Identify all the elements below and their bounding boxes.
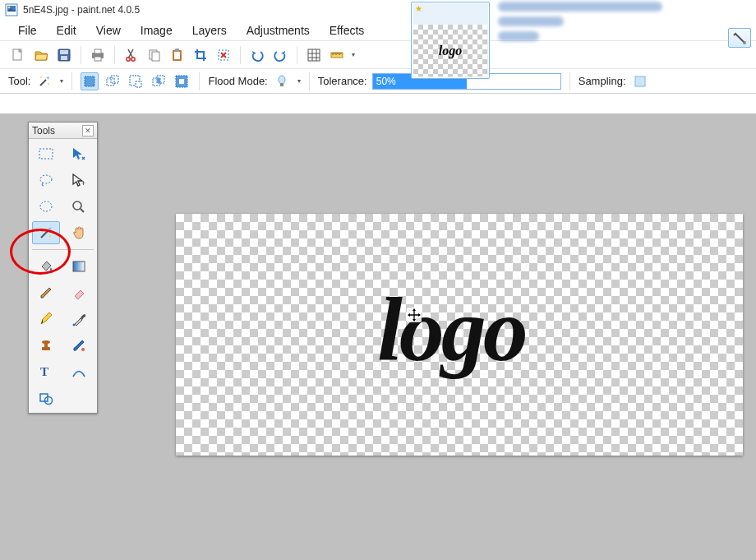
tool-zoom[interactable] bbox=[65, 195, 93, 218]
svg-rect-26 bbox=[136, 81, 141, 87]
selection-replace-button[interactable] bbox=[81, 72, 99, 90]
menu-layers[interactable]: Layers bbox=[182, 21, 237, 40]
svg-point-2 bbox=[8, 7, 11, 9]
chevron-down-icon[interactable]: ▾ bbox=[352, 51, 355, 58]
svg-point-51 bbox=[45, 397, 53, 405]
tool-paintbrush[interactable] bbox=[32, 281, 60, 304]
svg-rect-33 bbox=[280, 83, 284, 86]
undo-button[interactable] bbox=[247, 45, 267, 65]
svg-point-20 bbox=[40, 76, 42, 78]
tool-shapes[interactable] bbox=[32, 386, 60, 410]
tool-paint-bucket[interactable] bbox=[32, 255, 60, 278]
menu-view[interactable]: View bbox=[86, 21, 131, 40]
tools-window-titlebar[interactable]: Tools ✕ bbox=[29, 123, 97, 139]
canvas-content-text: logo bbox=[377, 278, 525, 382]
svg-rect-13 bbox=[152, 52, 159, 61]
tool-clone-stamp[interactable] bbox=[32, 334, 60, 357]
tool-rectangle-select[interactable] bbox=[32, 142, 60, 165]
svg-point-48 bbox=[81, 348, 85, 351]
tool-label: Tool: bbox=[8, 75, 30, 87]
tool-recolor[interactable] bbox=[65, 334, 93, 357]
tool-ellipse-select[interactable] bbox=[32, 195, 60, 218]
tool-pencil[interactable] bbox=[32, 308, 60, 331]
move-cursor-icon bbox=[407, 308, 422, 322]
unsaved-indicator-icon: ★ bbox=[413, 4, 487, 13]
chevron-down-icon[interactable]: ▾ bbox=[60, 77, 63, 85]
close-icon[interactable]: ✕ bbox=[82, 125, 94, 137]
svg-rect-15 bbox=[174, 52, 180, 59]
selection-invert-button[interactable] bbox=[173, 72, 191, 90]
selection-intersect-button[interactable] bbox=[150, 72, 168, 90]
menu-edit[interactable]: Edit bbox=[47, 21, 86, 40]
chevron-down-icon[interactable]: ▾ bbox=[297, 77, 301, 85]
document-thumbnail[interactable]: ★ logo bbox=[411, 2, 490, 79]
window-title: 5nE4S.jpg - paint.net 4.0.5 bbox=[23, 4, 140, 16]
menu-adjustments[interactable]: Adjustments bbox=[237, 21, 320, 40]
grid-toggle-button[interactable] bbox=[304, 45, 324, 65]
toolbar-separator bbox=[240, 46, 241, 64]
flood-mode-button[interactable] bbox=[273, 72, 291, 90]
tool-magic-wand[interactable] bbox=[32, 221, 60, 244]
toolbar-separator bbox=[199, 72, 200, 90]
tool-line-curve[interactable] bbox=[65, 360, 93, 383]
toolbar-separator bbox=[71, 72, 72, 90]
print-button[interactable] bbox=[88, 45, 108, 65]
ruler-toggle-button[interactable] bbox=[327, 45, 347, 65]
current-tool-icon[interactable] bbox=[35, 72, 53, 90]
svg-point-10 bbox=[127, 57, 130, 60]
svg-point-38 bbox=[40, 175, 52, 183]
toolbar-separator bbox=[309, 72, 310, 90]
sampling-label: Sampling: bbox=[579, 75, 626, 87]
svg-rect-44 bbox=[73, 261, 85, 271]
tool-pan[interactable] bbox=[65, 221, 93, 244]
menu-file[interactable]: File bbox=[8, 21, 47, 40]
tool-separator bbox=[32, 249, 94, 250]
tool-lasso-select[interactable] bbox=[32, 169, 60, 192]
copy-button[interactable] bbox=[145, 45, 164, 65]
svg-rect-6 bbox=[61, 56, 67, 60]
settings-button[interactable] bbox=[728, 28, 751, 48]
toolbar-separator bbox=[297, 46, 297, 64]
svg-rect-37 bbox=[39, 149, 53, 159]
tools-window-title: Tools bbox=[32, 125, 55, 137]
svg-rect-9 bbox=[94, 57, 101, 61]
tool-move-selection[interactable] bbox=[65, 142, 93, 165]
menu-effects[interactable]: Effects bbox=[320, 21, 375, 40]
svg-point-47 bbox=[42, 340, 50, 344]
svg-rect-22 bbox=[85, 76, 94, 86]
tool-options-bar: Tool: ▾ Flood Mode: ▾ Tolerance: 50% Sam… bbox=[0, 69, 756, 94]
svg-point-45 bbox=[72, 324, 75, 326]
svg-point-32 bbox=[279, 76, 285, 84]
selection-add-button[interactable] bbox=[104, 72, 122, 90]
canvas[interactable]: logo bbox=[176, 214, 743, 456]
save-button[interactable] bbox=[54, 45, 74, 65]
toolbar-separator bbox=[114, 46, 115, 64]
svg-text:T: T bbox=[40, 365, 48, 378]
selection-subtract-button[interactable] bbox=[127, 72, 145, 90]
svg-rect-29 bbox=[157, 78, 160, 83]
svg-rect-46 bbox=[42, 347, 50, 350]
menu-image[interactable]: Image bbox=[131, 21, 182, 40]
crop-button[interactable] bbox=[191, 45, 210, 65]
tool-text[interactable]: T bbox=[32, 360, 60, 383]
tolerance-label: Tolerance: bbox=[318, 75, 367, 87]
tools-window[interactable]: Tools ✕ + T bbox=[28, 122, 98, 414]
svg-point-21 bbox=[48, 83, 49, 85]
thumbnail-preview: logo bbox=[413, 25, 487, 76]
toolbar-separator bbox=[81, 46, 81, 64]
svg-point-43 bbox=[49, 235, 51, 237]
tool-gradient[interactable] bbox=[65, 255, 93, 278]
sampling-button[interactable] bbox=[631, 72, 649, 90]
paste-button[interactable] bbox=[168, 45, 187, 65]
redo-button[interactable] bbox=[270, 45, 290, 65]
app-icon bbox=[5, 3, 18, 16]
svg-point-35 bbox=[743, 41, 746, 44]
new-file-button[interactable] bbox=[8, 45, 28, 65]
tool-move-selected-pixels[interactable]: + bbox=[65, 169, 93, 192]
deselect-button[interactable] bbox=[214, 45, 233, 65]
tool-color-picker[interactable] bbox=[65, 308, 93, 331]
open-file-button[interactable] bbox=[31, 45, 51, 65]
tool-eraser[interactable] bbox=[65, 281, 93, 304]
background-window-hint bbox=[498, 2, 703, 51]
cut-button[interactable] bbox=[122, 45, 141, 65]
